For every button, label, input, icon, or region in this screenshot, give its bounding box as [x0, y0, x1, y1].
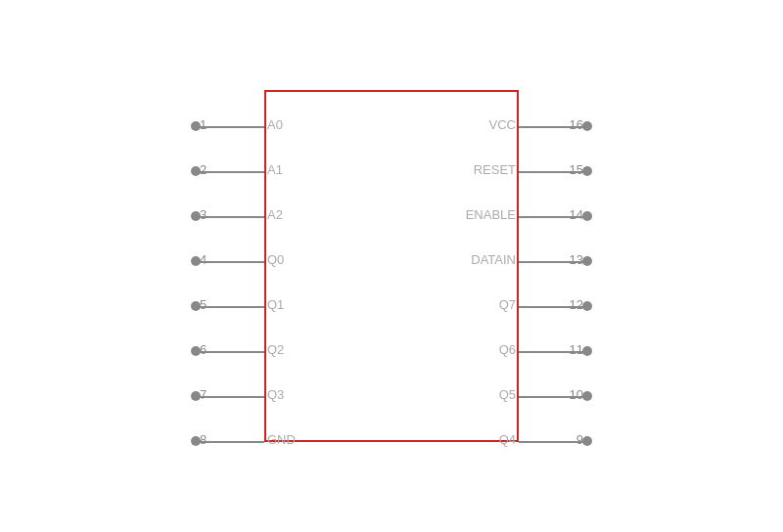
pin-label-14: ENABLE — [466, 207, 516, 222]
chip-diagram: 1A02A13A24Q05Q16Q27Q38GND 16VCC15RESET14… — [186, 70, 597, 462]
pin-label-11: Q6 — [499, 342, 516, 357]
pin-right-9: 9 — [519, 436, 597, 448]
pin-right-15: 15 — [519, 166, 597, 178]
pin-right-11: 11 — [519, 346, 597, 358]
pin-right-10: 10 — [519, 391, 597, 403]
pin-number: 10 — [570, 387, 583, 402]
pin-label-9: Q4 — [499, 432, 516, 447]
pin-label-12: Q7 — [499, 297, 516, 312]
pin-number: 15 — [570, 162, 583, 177]
pin-number: 12 — [570, 297, 583, 312]
pin-right-14: 14 — [519, 211, 597, 223]
pin-right-12: 12 — [519, 301, 597, 313]
pin-right-13: 13 — [519, 256, 597, 268]
pin-label-15: RESET — [474, 162, 516, 177]
pin-label-10: Q5 — [499, 387, 516, 402]
pin-label-13: DATAIN — [471, 252, 516, 267]
pin-number: 16 — [570, 117, 583, 132]
pin-number: 9 — [576, 432, 583, 447]
pin-number: 14 — [570, 207, 583, 222]
pin-label-16: VCC — [489, 117, 516, 132]
pin-number: 11 — [570, 342, 583, 357]
pin-number: 13 — [570, 252, 583, 267]
pin-right-16: 16 — [519, 121, 597, 133]
